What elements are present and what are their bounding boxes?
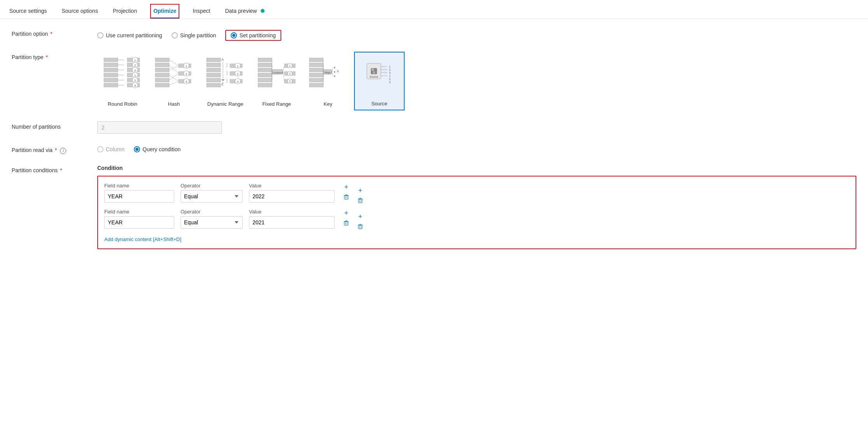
radio-use-current[interactable]: Use current partitioning: [97, 32, 162, 38]
tab-projection[interactable]: Projection: [111, 4, 139, 19]
add-condition-outer-1[interactable]: +: [356, 186, 365, 195]
svg-text:2: 2: [237, 72, 239, 76]
set-partitioning-box: Set partitioning: [225, 30, 281, 41]
condition-row-2-actions: +: [341, 209, 352, 228]
svg-rect-153: [359, 224, 361, 224]
svg-rect-34: [155, 78, 169, 82]
partition-type-row: Partition type *: [12, 52, 856, 110]
operator-select-1[interactable]: Equal Not Equal Greater Than Less Than: [181, 190, 243, 203]
radio-set-partitioning[interactable]: Set partitioning: [231, 32, 275, 38]
svg-rect-35: [155, 83, 169, 87]
radio-circle-column: [97, 146, 103, 152]
radio-column[interactable]: Column: [97, 146, 125, 152]
condition-section-header: Condition: [97, 165, 856, 171]
fixed-range-label: Fixed Range: [262, 101, 291, 107]
svg-text:3: 3: [237, 80, 239, 84]
delete-condition-inline-1[interactable]: [341, 193, 352, 202]
svg-rect-104: [309, 83, 323, 87]
svg-rect-33: [155, 73, 169, 77]
svg-text:2: 2: [134, 79, 136, 82]
svg-rect-77: [258, 78, 272, 82]
add-dynamic-content-link[interactable]: Add dynamic content [Alt+Shift+D]: [104, 236, 181, 242]
svg-rect-154: [358, 225, 362, 229]
add-condition-inline-1[interactable]: +: [342, 183, 351, 191]
partition-read-via-info-icon[interactable]: i: [60, 148, 66, 154]
delete-condition-inline-2[interactable]: [341, 219, 352, 228]
svg-line-46: [169, 65, 179, 73]
svg-point-113: [334, 67, 335, 68]
svg-rect-78: [258, 83, 272, 87]
tab-optimize[interactable]: Optimize: [150, 4, 179, 19]
condition-row-1-actions: +: [341, 183, 352, 202]
svg-line-45: [169, 60, 179, 66]
svg-text:Keys: Keys: [324, 71, 331, 74]
radio-query-condition[interactable]: Query condition: [134, 146, 181, 152]
field-name-field-1: Field name: [104, 183, 174, 203]
partition-card-key[interactable]: Keys n: [303, 52, 353, 110]
partition-card-fixed-range[interactable]: Conditions: [251, 52, 302, 110]
svg-text:2: 2: [186, 72, 188, 76]
delete-condition-outer-1[interactable]: [355, 196, 366, 205]
add-condition-inline-2[interactable]: +: [342, 209, 351, 217]
fixed-range-diagram: Conditions: [257, 56, 296, 99]
dynamic-range-diagram: A Z } } }: [206, 56, 245, 99]
partition-card-round-robin[interactable]: 1 2 3 1 2 3: [97, 52, 148, 110]
svg-rect-31: [155, 63, 169, 67]
partition-type-label: Partition type *: [12, 52, 97, 60]
svg-text:3: 3: [134, 69, 136, 72]
svg-point-114: [334, 71, 335, 73]
svg-text:2: 2: [289, 72, 291, 75]
field-name-label-1: Field name: [104, 183, 174, 189]
tab-source-settings[interactable]: Source settings: [8, 4, 49, 19]
value-input-2[interactable]: [249, 216, 335, 229]
svg-text:Source: Source: [370, 75, 378, 78]
tab-inspect[interactable]: Inspect: [191, 4, 212, 19]
svg-marker-59: [221, 79, 224, 81]
value-field-1: Value: [249, 183, 335, 203]
partition-card-hash[interactable]: 1 2 3: [149, 52, 199, 110]
svg-text:1: 1: [134, 74, 136, 77]
tab-data-preview[interactable]: Data preview: [223, 4, 266, 19]
number-of-partitions-control: [97, 121, 856, 134]
svg-text:3: 3: [134, 84, 136, 87]
svg-rect-5: [104, 83, 118, 87]
svg-rect-76: [258, 73, 272, 77]
operator-select-2[interactable]: Equal Not Equal Greater Than Less Than: [181, 216, 243, 229]
operator-label-2: Operator: [181, 209, 243, 215]
source-diagram: S Source 1 2 3: [360, 56, 399, 98]
svg-rect-51: [207, 58, 221, 62]
tab-source-options[interactable]: Source options: [60, 4, 100, 19]
svg-line-130: [381, 70, 387, 73]
number-of-partitions-input[interactable]: [97, 121, 222, 134]
add-condition-outer-2[interactable]: +: [356, 212, 365, 221]
partition-option-row: Partition option * Use current partition…: [12, 28, 856, 41]
partition-card-dynamic-range[interactable]: A Z } } }: [200, 52, 251, 110]
field-name-input-1[interactable]: [104, 190, 174, 203]
value-input-1[interactable]: [249, 190, 335, 203]
partition-card-source[interactable]: S Source 1 2 3: [354, 52, 405, 110]
operator-label-1: Operator: [181, 183, 243, 189]
svg-text:1: 1: [186, 65, 188, 68]
delete-condition-outer-2[interactable]: [355, 222, 366, 231]
svg-text:Z: Z: [221, 82, 224, 86]
partition-conditions-row: Partition conditions * Condition Field n…: [12, 165, 856, 249]
radio-circle-query: [134, 146, 140, 152]
svg-rect-103: [309, 78, 323, 82]
partition-option-control: Use current partitioning Single partitio…: [97, 28, 856, 41]
radio-single-partition[interactable]: Single partition: [172, 32, 216, 38]
field-name-input-2[interactable]: [104, 216, 174, 229]
field-name-label-2: Field name: [104, 209, 174, 215]
radio-circle-set: [231, 32, 237, 38]
svg-rect-53: [207, 68, 221, 72]
svg-line-50: [169, 81, 179, 85]
tab-bar: Source settings Source options Projectio…: [0, 0, 868, 19]
partition-option-label: Partition option *: [12, 28, 97, 37]
conditions-box: Field name Operator Equal Not Equal Grea…: [97, 176, 856, 249]
value-label-1: Value: [249, 183, 335, 189]
hash-diagram: 1 2 3: [154, 56, 193, 99]
operator-field-1: Operator Equal Not Equal Greater Than Le…: [181, 183, 243, 203]
svg-rect-52: [207, 63, 221, 67]
svg-line-48: [169, 75, 179, 81]
svg-rect-73: [258, 58, 272, 62]
svg-text:}: }: [226, 63, 228, 67]
